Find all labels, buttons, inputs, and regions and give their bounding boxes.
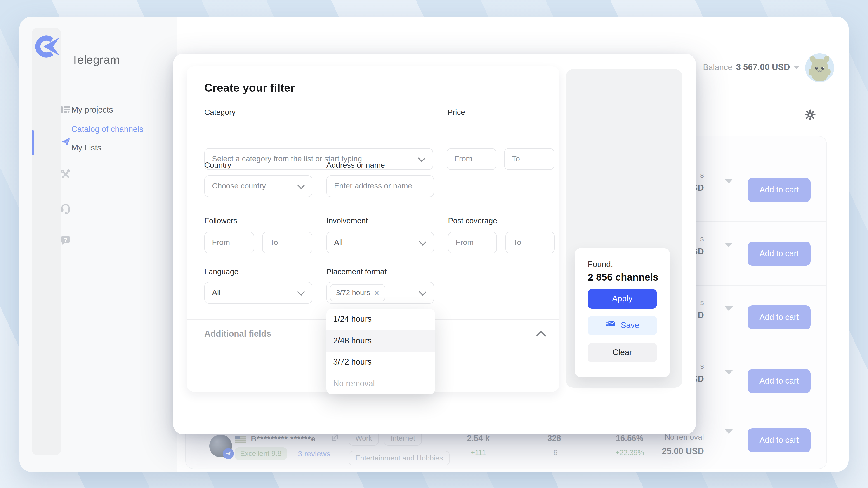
price-label: Price (447, 108, 465, 117)
clear-button[interactable]: Clear (588, 343, 657, 362)
placement-format-select[interactable]: 3/72 hours × (327, 282, 434, 304)
chevron-down-icon (297, 288, 305, 296)
followers-stat: 2.54 k +111 (467, 434, 490, 457)
balance-label: Balance (703, 63, 733, 72)
placement-format-label: Placement format (327, 267, 386, 276)
dropdown-option-no-removal[interactable]: No removal (327, 373, 435, 394)
save-button-label: Save (621, 321, 639, 330)
involvement-label: Involvement (327, 217, 368, 225)
table-settings-gear-icon[interactable] (804, 109, 816, 121)
format-caret-icon[interactable] (725, 242, 733, 247)
add-to-cart-button[interactable]: Add to cart (748, 428, 811, 452)
apply-button[interactable]: Apply (588, 289, 657, 308)
rating-badge: Excellent 9.8 (235, 447, 287, 460)
country-label: Country (204, 161, 231, 170)
coverage-to-input-wrap (505, 232, 555, 254)
sidebar: Telegram (20, 17, 177, 472)
placement-chip: 3/72 hours × (330, 284, 385, 301)
followers-label: Followers (204, 217, 237, 225)
format-price: No removal 25.00 USD (662, 433, 704, 456)
found-count: 2 856 channels (588, 271, 658, 283)
followers-from-input-wrap (204, 232, 254, 254)
address-label: Address or name (327, 161, 385, 170)
involvement-select[interactable]: All (327, 232, 434, 254)
svg-text:?: ? (64, 237, 67, 243)
found-label: Found: (588, 260, 613, 269)
chevron-down-icon (419, 238, 427, 246)
paper-plane-icon[interactable] (60, 136, 71, 148)
coverage-from-input-wrap (448, 232, 497, 254)
price-to-input[interactable] (504, 149, 554, 169)
sidebar-item-my-projects[interactable]: My projects (71, 105, 113, 115)
reviews-link[interactable]: 3 reviews (298, 450, 331, 459)
category-select[interactable]: Select a category from the list or start… (204, 148, 433, 170)
format-caret-icon[interactable] (725, 306, 733, 311)
price-from-input-wrap (447, 148, 496, 170)
tools-icon[interactable] (60, 168, 71, 180)
app-logo-icon[interactable] (34, 33, 61, 60)
language-select[interactable]: All (204, 282, 312, 304)
language-label: Language (204, 267, 239, 276)
help-bubble-icon[interactable]: ? (60, 234, 71, 246)
save-button[interactable]: Save (588, 316, 657, 335)
price-to-input-wrap (504, 148, 554, 170)
followers-to-input[interactable] (263, 232, 312, 253)
followers-to-input-wrap (262, 232, 312, 254)
er-stat: 328 -6 (548, 434, 561, 457)
results-card: Found: 2 856 channels Apply Save Clear (575, 248, 670, 377)
format-caret-icon[interactable] (725, 370, 733, 375)
chevron-down-icon (794, 66, 800, 69)
post-coverage-label: Post coverage (448, 217, 497, 225)
address-input[interactable] (327, 176, 434, 197)
chevron-down-icon (297, 182, 305, 189)
price-from-input[interactable] (447, 149, 496, 169)
close-icon[interactable]: × (374, 289, 379, 297)
chevron-up-icon[interactable] (536, 330, 546, 341)
language-value: All (205, 288, 221, 297)
sidebar-icon-rail (32, 28, 61, 455)
telegram-badge-icon (223, 448, 234, 459)
followers-from-input[interactable] (205, 232, 254, 253)
coverage-to-input[interactable] (506, 232, 554, 253)
support-headset-icon[interactable] (60, 202, 71, 214)
channel-name[interactable]: B********* ******e (251, 435, 316, 444)
send-envelope-icon (605, 320, 616, 331)
add-to-cart-button[interactable]: Add to cart (748, 305, 811, 329)
projects-icon[interactable] (60, 104, 71, 116)
add-to-cart-button[interactable]: Add to cart (748, 178, 811, 202)
sidebar-item-my-lists[interactable]: My Lists (71, 143, 101, 153)
format-caret-icon[interactable] (725, 179, 733, 184)
dropdown-option-1-24-hours[interactable]: 1/24 hours (327, 308, 435, 330)
coverage-from-input[interactable] (448, 232, 496, 253)
sidebar-item-catalog-of-channels[interactable]: Catalog of channels (71, 125, 143, 134)
dropdown-option-2-48-hours[interactable]: 2/48 hours (327, 330, 435, 352)
active-nav-indicator (32, 130, 34, 156)
chevron-down-icon (418, 154, 426, 162)
involvement-value: All (327, 238, 343, 247)
address-input-wrap (327, 175, 434, 197)
page-background: Telegram (0, 0, 868, 488)
balance-value: 3 567.00 USD (736, 62, 790, 72)
additional-fields-label: Additional fields (204, 329, 271, 339)
placement-format-dropdown: 1/24 hours 2/48 hours 3/72 hours No remo… (327, 308, 435, 394)
add-to-cart-button[interactable]: Add to cart (748, 369, 811, 393)
add-to-cart-button[interactable]: Add to cart (748, 242, 811, 266)
us-flag-icon (235, 435, 246, 443)
dropdown-option-3-72-hours[interactable]: 3/72 hours (327, 352, 435, 373)
format-caret-icon[interactable] (725, 429, 733, 434)
balance-menu[interactable]: Balance 3 567.00 USD (703, 62, 800, 72)
country-placeholder: Choose country (205, 182, 266, 191)
brand-title: Telegram (71, 53, 120, 67)
external-link-icon[interactable] (331, 434, 339, 442)
coverage-stat: 16.56% +22.39% (615, 434, 644, 457)
chevron-down-icon (419, 288, 427, 296)
filter-title: Create your filter (204, 81, 295, 94)
tag-entertainment: Entertainment and Hobbies (348, 451, 450, 465)
placement-chip-label: 3/72 hours (336, 289, 370, 297)
user-avatar[interactable] (805, 53, 834, 82)
country-select[interactable]: Choose country (204, 175, 312, 197)
category-label: Category (204, 108, 236, 117)
